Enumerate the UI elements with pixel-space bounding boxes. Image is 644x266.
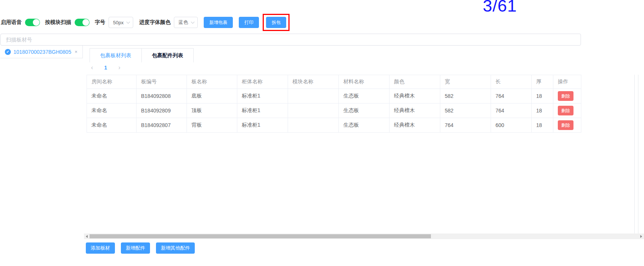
cell-room: 未命名 [87,103,137,118]
scroll-left-icon[interactable] [84,233,90,239]
package-id-label: 101807000237BGH0805 [13,49,71,55]
table-row: 未命名 B184092809 顶板 标准柜1 生态板 经典檀木 582 764 … [87,103,581,118]
font-size-select-value: 50px [113,20,124,25]
cell-board-no: B184092808 [137,89,187,103]
toggle-knob [82,19,89,26]
search-input[interactable] [0,34,581,46]
cell-length: 764 [491,103,532,118]
cell-thickness: 18 [532,89,553,103]
col-header-thickness: 厚 [532,75,553,89]
progress-color-select[interactable]: 蓝色 [174,17,198,28]
delete-row-button[interactable]: 删除 [558,120,573,130]
col-header-length: 长 [491,75,532,89]
red-highlight-box: 拆包 [263,14,290,31]
cell-width: 764 [440,118,491,133]
board-table: 房间名称 板编号 板名称 柜体名称 模块名称 材料名称 颜色 宽 长 厚 操作 … [87,75,581,133]
cell-cabinet: 标准柜1 [237,103,288,118]
cell-cabinet: 标准柜1 [237,89,288,103]
cell-board-no: B184092807 [137,118,187,133]
print-button[interactable]: 打印 [239,17,259,28]
pagination-prev-icon[interactable]: ‹ [89,64,95,71]
tab-package-board-list[interactable]: 包裹板材列表 [90,48,141,62]
cell-thickness: 18 [532,103,553,118]
module-scan-toggle[interactable] [75,19,90,26]
horizontal-scrollbar[interactable] [84,233,644,239]
scrollbar-thumb[interactable] [90,234,431,238]
add-board-button[interactable]: 添加板材 [86,242,115,254]
chevron-down-icon [191,20,195,24]
cell-material: 生态板 [339,118,390,133]
scrollbar-track[interactable] [90,233,638,239]
add-other-accessory-button[interactable]: 新增其他配件 [156,242,195,254]
voice-toggle[interactable] [25,19,40,26]
cell-module [288,118,339,133]
footer-actions: 添加板材 新增配件 新增其他配件 [86,242,195,254]
col-header-actions: 操作 [553,75,581,89]
col-header-cabinet: 柜体名称 [237,75,288,89]
col-header-board-no: 板编号 [137,75,187,89]
col-header-color: 颜色 [390,75,440,89]
cell-length: 764 [491,89,532,103]
cell-board-name: 背板 [187,118,237,133]
cell-material: 生态板 [339,89,390,103]
vertical-scrollbar[interactable] [634,75,638,233]
col-header-material: 材料名称 [339,75,390,89]
scroll-right-icon[interactable] [638,233,644,239]
tab-bar: 包裹板材列表 包裹配件列表 [90,48,194,62]
table-row: 未命名 B184092807 背板 标准柜1 生态板 经典檀木 764 600 … [87,118,581,133]
toolbar: 启用语音 按模块扫描 字号 50px 进度字体颜色 蓝色 新增包裹 打印 拆包 [1,16,290,28]
toggle-knob [33,19,40,26]
cell-board-name: 底板 [187,89,237,103]
progress-color-label: 进度字体颜色 [139,19,171,26]
font-size-label: 字号 [95,19,105,26]
delete-row-button[interactable]: 删除 [558,91,573,101]
module-scan-toggle-label: 按模块扫描 [45,19,71,26]
cell-room: 未命名 [87,118,137,133]
cell-width: 582 [440,89,491,103]
cell-material: 生态板 [339,103,390,118]
cell-color: 经典檀木 [390,118,440,133]
pagination: ‹ 1 › [89,64,122,71]
close-icon[interactable]: × [75,49,78,55]
table-row: 未命名 B184092808 底板 标准柜1 生态板 经典檀木 582 764 … [87,89,581,103]
cell-module [288,89,339,103]
cell-module [288,103,339,118]
tab-package-accessory-list[interactable]: 包裹配件列表 [141,48,194,62]
progress-color-select-value: 蓝色 [178,19,188,26]
add-accessory-button[interactable]: 新增配件 [121,242,150,254]
progress-counter: 3/61 [483,0,517,14]
pagination-page-1[interactable]: 1 [104,65,107,71]
selected-package-item[interactable]: ✔ 101807000237BGH0805 × [0,46,83,58]
table-header-row: 房间名称 板编号 板名称 柜体名称 模块名称 材料名称 颜色 宽 长 厚 操作 [87,75,581,89]
col-header-room: 房间名称 [87,75,137,89]
col-header-module: 模块名称 [288,75,339,89]
cell-length: 600 [491,118,532,133]
check-circle-icon: ✔ [5,49,11,55]
pagination-next-icon[interactable]: › [116,64,122,71]
col-header-board-name: 板名称 [187,75,237,89]
chevron-down-icon [126,20,130,24]
cell-room: 未命名 [87,89,137,103]
unpack-button[interactable]: 拆包 [266,17,286,28]
cell-color: 经典檀木 [390,103,440,118]
delete-row-button[interactable]: 删除 [558,106,573,115]
col-header-width: 宽 [440,75,491,89]
cell-width: 582 [440,103,491,118]
cell-board-no: B184092809 [137,103,187,118]
font-size-select[interactable]: 50px [109,17,133,28]
cell-board-name: 顶板 [187,103,237,118]
voice-toggle-label: 启用语音 [1,19,22,26]
cell-cabinet: 标准柜1 [237,118,288,133]
cell-color: 经典檀木 [390,89,440,103]
cell-thickness: 18 [532,118,553,133]
add-package-button[interactable]: 新增包裹 [204,17,233,28]
